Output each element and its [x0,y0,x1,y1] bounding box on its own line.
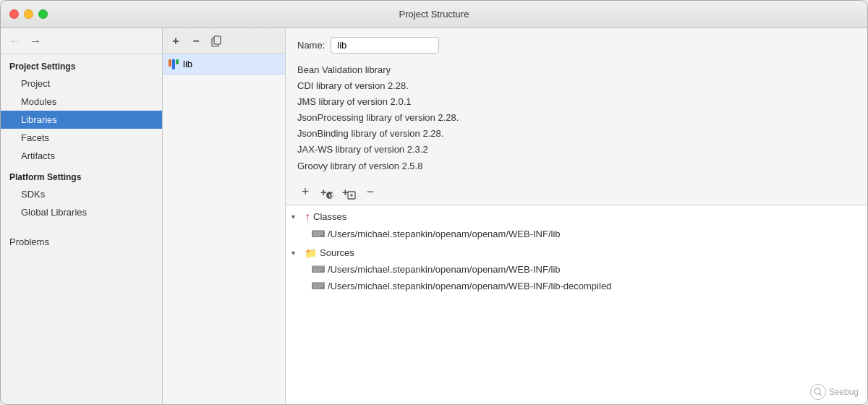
add-entry-button[interactable]: + [297,184,313,200]
seebug-watermark: Seebug [810,384,859,400]
sources-child-1[interactable]: /Users/michael.stepankin/openam/openam/W… [286,278,867,294]
sources-path-0: /Users/michael.stepankin/openam/openam/W… [328,264,561,275]
lib-name: lib [183,59,192,69]
project-settings-label: Project Settings [1,54,162,74]
svg-text:↺: ↺ [328,192,334,200]
desc-4: JsonBinding library of version 2.28. [297,126,856,142]
classes-label: Classes [313,211,346,222]
detail-panel: Name: Bean Validation library CDI librar… [286,28,867,405]
traffic-lights [9,9,48,19]
remove-entry-button[interactable]: − [362,184,378,200]
name-row: Name: [286,28,867,59]
sidebar-item-sdks[interactable]: SDKs [1,185,162,203]
tree-section: ▾ ↑ Classes /Users/michael.st [286,205,867,405]
seebug-circle-icon [810,384,826,400]
minimize-button[interactable] [24,9,33,19]
desc-5: JAX-WS library of version 2.3.2 [297,142,856,158]
sidebar-item-facets[interactable]: Facets [1,129,162,147]
sources-chevron: ▾ [292,249,302,257]
sidebar: ← → Project Settings Project Modules Lib… [1,28,163,405]
platform-settings-label: Platform Settings [1,165,162,185]
library-descriptions: Bean Validation library CDI library of v… [286,59,867,180]
sidebar-item-libraries[interactable]: Libraries [1,111,162,129]
close-button[interactable] [9,9,19,19]
classes-child-0[interactable]: /Users/michael.stepankin/openam/openam/W… [286,226,867,242]
svg-point-24 [814,388,820,394]
section-project-settings: Project Settings Project Modules Librari… [1,54,162,165]
remove-library-button[interactable]: − [189,34,203,48]
classes-chevron: ▾ [292,213,302,221]
library-list-panel: + − lib [163,28,286,405]
section-platform-settings: Platform Settings SDKs Global Libraries [1,165,162,221]
sidebar-item-artifacts[interactable]: Artifacts [1,147,162,165]
add-entry-another-button[interactable]: + [341,184,357,200]
desc-0: Bean Validation library [297,62,856,78]
classes-arrow-icon: ↑ [305,210,310,223]
classes-group: ▾ ↑ Classes /Users/michael.st [286,208,867,242]
seebug-text: Seebug [829,387,859,397]
sources-group: ▾ 📁 Sources /Users/michael.s [286,245,867,294]
forward-arrow[interactable]: → [30,35,41,48]
lib-bar-icon [169,59,179,69]
library-item-lib[interactable]: lib [163,54,285,74]
back-arrow[interactable]: ← [9,35,21,48]
add-entry-special-button[interactable]: + ↺ [319,184,335,200]
sidebar-item-project[interactable]: Project [1,74,162,93]
sources-folder-icon: 📁 [305,247,317,259]
folder-file-icon-0 [312,228,325,240]
name-input[interactable] [331,37,439,54]
sources-header[interactable]: ▾ 📁 Sources [286,245,867,261]
library-toolbar: + − [163,28,285,54]
main-container: ← → Project Settings Project Modules Lib… [1,28,867,405]
desc-6: Groovy library of version 2.5.8 [297,158,856,174]
desc-3: JsonProcessing library of version 2.28. [297,110,856,126]
svg-text:+: + [320,186,327,198]
maximize-button[interactable] [38,9,48,19]
nav-arrows: ← → [1,28,162,54]
classes-path-0: /Users/michael.stepankin/openam/openam/W… [328,229,561,239]
svg-line-25 [820,393,822,396]
desc-2: JMS library of version 2.0.1 [297,94,856,110]
window-title: Project Structure [399,9,469,20]
title-bar: Project Structure [1,1,867,28]
sources-path-1: /Users/michael.stepankin/openam/openam/W… [328,281,611,291]
sources-label: Sources [320,247,354,258]
folder-file-icon-2 [312,280,325,292]
folder-file-icon-1 [312,263,325,276]
classes-header[interactable]: ▾ ↑ Classes [286,208,867,226]
add-library-button[interactable]: + [169,34,183,48]
sidebar-item-problems[interactable]: Problems [1,233,162,251]
copy-library-button[interactable] [209,34,224,48]
sidebar-item-modules[interactable]: Modules [1,93,162,111]
svg-rect-1 [214,36,221,44]
bottom-toolbar: + + ↺ + − [286,180,867,205]
sidebar-item-global-libraries[interactable]: Global Libraries [1,203,162,221]
sources-child-0[interactable]: /Users/michael.stepankin/openam/openam/W… [286,261,867,278]
name-label: Name: [297,40,325,51]
desc-1: CDI library of version 2.28. [297,78,856,94]
